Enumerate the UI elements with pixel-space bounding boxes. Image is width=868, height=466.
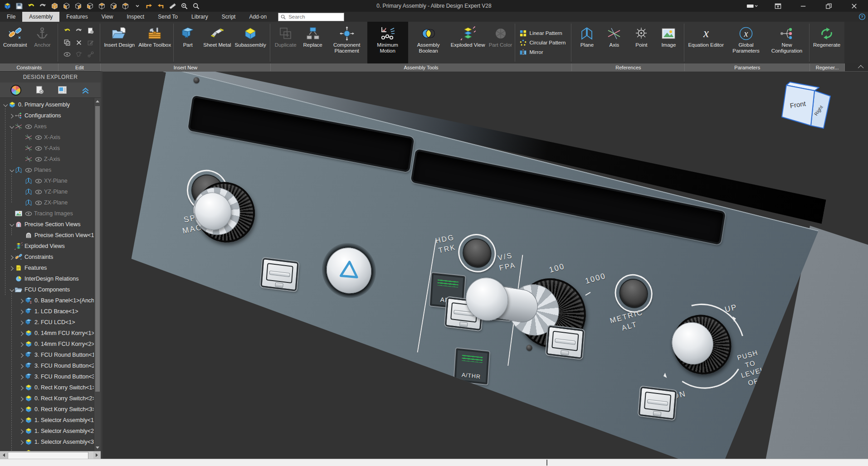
delete-icon[interactable] <box>73 37 84 48</box>
assembly-boolean-button[interactable]: Assembly Boolean <box>408 22 449 63</box>
zoom-select-icon[interactable] <box>180 1 189 10</box>
tree-item-x-axis[interactable]: X-Axis <box>0 132 101 143</box>
minimize-icon[interactable] <box>797 1 809 10</box>
tree-item-3-fcu-round-button-2[interactable]: 3. FCU Round Button<2> <box>0 360 101 371</box>
tree-item-1-lcd-brace-1[interactable]: 1. LCD Brace<1> <box>0 306 101 317</box>
chevron-right-icon[interactable] <box>18 319 24 325</box>
tree-item-y-axis[interactable]: Y-Axis <box>0 143 101 154</box>
cube-right-icon[interactable] <box>109 1 118 10</box>
menu-assembly[interactable]: Assembly <box>22 12 59 22</box>
component-placement-button[interactable]: Component Placement <box>327 22 367 63</box>
display-options-icon[interactable] <box>10 85 21 96</box>
part-button[interactable]: Part <box>174 22 201 63</box>
equation-editor-button[interactable]: xEquation Editor <box>686 22 726 63</box>
chevron-right-icon[interactable] <box>18 308 24 315</box>
regenerate-button[interactable]: Regenerate <box>811 22 842 63</box>
tree-item-3-fcu-round-button-3[interactable]: 3. FCU Round Button<3> <box>0 371 101 382</box>
tree-item-fcu-components[interactable]: FCU Components <box>0 284 101 295</box>
rect-korry-switch[interactable] <box>546 325 584 359</box>
chevron-right-icon[interactable] <box>18 297 24 304</box>
visibility-icon[interactable] <box>62 49 73 60</box>
chevron-right-icon[interactable] <box>18 384 24 391</box>
menu-library[interactable]: Library <box>185 12 215 22</box>
tree-item-yz-plane[interactable]: YZ-Plane <box>0 186 101 197</box>
tree-item-1-selector-assembly-1[interactable]: 1. Selector Assembly<1> <box>0 415 101 426</box>
tree-item-planes[interactable]: Planes <box>0 165 101 175</box>
tree-item-xy-plane[interactable]: XY-Plane <box>0 175 101 186</box>
tree-item-1-selector-assembly-3[interactable]: 1. Selector Assembly<3> <box>0 437 101 447</box>
item-properties-icon[interactable] <box>35 85 44 95</box>
tree-item-2-fcu-lcd-1[interactable]: 2. FCU LCD<1> <box>0 317 101 328</box>
circular-pattern-button[interactable]: Circular Pattern <box>519 39 566 47</box>
sheet-metal-button[interactable]: Sheet Metal <box>201 22 233 63</box>
replace-button[interactable]: Replace <box>299 22 327 63</box>
menu-add-on[interactable]: Add-on <box>242 12 273 22</box>
viewport-3d[interactable]: SPDMACH HDGTRK <box>102 71 868 459</box>
cube-iso-icon[interactable] <box>50 1 59 10</box>
chevron-right-icon[interactable] <box>8 112 15 119</box>
menu-script[interactable]: Script <box>215 12 243 22</box>
tree-item-configurations[interactable]: Configurations <box>0 110 101 121</box>
scroll-left-icon[interactable] <box>0 451 7 459</box>
restore-icon[interactable] <box>823 1 834 10</box>
chevron-down-icon[interactable] <box>8 221 15 228</box>
app-logo-icon[interactable] <box>3 1 12 10</box>
visibility-icon[interactable] <box>24 211 32 216</box>
menu-file[interactable]: File <box>0 12 22 22</box>
tree-item-axes[interactable]: Axes <box>0 121 101 132</box>
measure-icon[interactable] <box>168 1 177 10</box>
cube-left-icon[interactable] <box>85 1 95 10</box>
undo-icon[interactable] <box>62 25 73 36</box>
tree-item-3-fcu-round-button-1[interactable]: 3. FCU Round Button<1> <box>0 350 101 360</box>
save-icon[interactable] <box>15 1 24 10</box>
fcu-panel-model[interactable]: SPDMACH HDGTRK <box>116 71 825 459</box>
redo-icon[interactable] <box>38 1 48 10</box>
redo-icon[interactable] <box>73 25 84 36</box>
search-input[interactable] <box>288 14 342 20</box>
cube-back-icon[interactable] <box>73 1 83 10</box>
menu-view[interactable]: View <box>95 12 120 22</box>
properties-icon[interactable] <box>85 25 96 36</box>
chevron-right-icon[interactable] <box>18 341 24 347</box>
tree-item-precise-section-views[interactable]: Precise Section Views <box>0 219 101 230</box>
constraint-button[interactable]: Constraint <box>1 22 29 63</box>
plane-button[interactable]: Plane <box>573 22 600 63</box>
global-parameters-button[interactable]: xGlobal Parameters <box>726 22 766 63</box>
chevron-right-icon[interactable] <box>18 330 24 336</box>
cube-bottom-icon[interactable] <box>121 1 130 10</box>
scrollbar-thumb[interactable] <box>8 452 88 459</box>
dock-window-icon[interactable] <box>772 1 784 10</box>
tree-item-1-selector-assembly-2[interactable]: 1. Selector Assembly<2> <box>0 426 101 437</box>
visibility-icon[interactable] <box>34 157 42 162</box>
tree-item-0-rect-korry-switch-3[interactable]: 0. Rect Korry Switch<3> <box>0 404 101 415</box>
zoom-icon[interactable] <box>191 1 201 10</box>
chevron-down-icon[interactable] <box>8 167 15 173</box>
visibility-icon[interactable] <box>34 189 42 194</box>
close-icon[interactable] <box>848 1 860 10</box>
axis-button[interactable]: Axis <box>600 22 628 63</box>
scroll-down-icon[interactable] <box>94 444 101 451</box>
visibility-icon[interactable] <box>34 179 42 184</box>
scroll-up-icon[interactable] <box>94 98 101 105</box>
menu-send-to[interactable]: Send To <box>151 12 185 22</box>
rect-korry-switch[interactable] <box>639 386 677 420</box>
menu-inspect[interactable]: Inspect <box>120 12 151 22</box>
chevron-down-icon[interactable] <box>8 286 15 293</box>
tree-item-z-axis[interactable]: Z-Axis <box>0 154 101 165</box>
visibility-icon[interactable] <box>34 146 42 151</box>
explorer-horizontal-scrollbar[interactable] <box>0 451 101 459</box>
theme-swatch-icon[interactable] <box>746 1 758 10</box>
copy-icon[interactable] <box>62 37 73 48</box>
chevron-right-icon[interactable] <box>18 395 24 402</box>
visibility-icon[interactable] <box>24 168 32 173</box>
rotate-cw-icon[interactable] <box>156 1 166 10</box>
insert-design-button[interactable]: Insert Design <box>102 22 137 63</box>
tree-item-precise-section-view-1[interactable]: Precise Section View<1> <box>0 230 101 241</box>
minimum-motion-button[interactable]: Minimum Motion <box>367 22 408 63</box>
chevron-right-icon[interactable] <box>18 374 24 380</box>
menu-features[interactable]: Features <box>59 12 94 22</box>
linear-pattern-button[interactable]: Linear Pattern <box>519 29 566 37</box>
athr-korry-button[interactable]: A/THR <box>454 348 489 384</box>
panel-screw[interactable] <box>193 77 200 84</box>
tree-item-0-14mm-fcu-korry-2[interactable]: 0. 14mm FCU Korry<2> <box>0 339 101 350</box>
